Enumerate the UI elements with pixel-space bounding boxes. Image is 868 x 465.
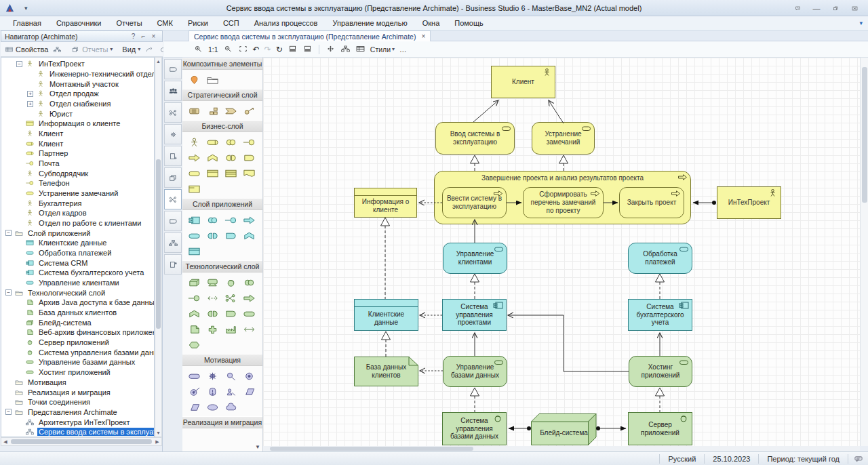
- node-icon[interactable]: [185, 275, 203, 290]
- hierarchy-icon[interactable]: [52, 45, 63, 54]
- tree-item[interactable]: База данных клиентов: [1, 308, 154, 318]
- ribbon-options-icon[interactable]: [788, 2, 807, 14]
- business-collaboration-icon[interactable]: [222, 134, 240, 150]
- technology-interface-icon[interactable]: [185, 290, 203, 306]
- tree-item[interactable]: +Отдел продаж: [1, 89, 154, 99]
- application-event-icon[interactable]: [240, 228, 258, 243]
- undo-icon[interactable]: ↶: [253, 45, 260, 54]
- tree-item-selected[interactable]: Сервис ввода системы в эксплуатаци: [1, 427, 154, 437]
- fit-screen-icon[interactable]: [238, 44, 248, 55]
- tree-vertical-scrollbar[interactable]: ▲ ▼: [155, 57, 162, 437]
- device-icon[interactable]: [203, 275, 222, 290]
- meaning-icon[interactable]: [185, 399, 203, 415]
- constraint-icon[interactable]: [240, 384, 258, 399]
- node-application-service[interactable]: Управление клиентами: [443, 243, 507, 274]
- tree-item[interactable]: Отдел по работе с клиентами: [1, 218, 154, 228]
- business-service-icon[interactable]: [240, 150, 258, 165]
- tree-item[interactable]: Устранение замечаний: [1, 188, 154, 199]
- export-svg-icon[interactable]: [288, 44, 298, 55]
- status-date[interactable]: 25.10.2023: [704, 454, 758, 464]
- tree-item[interactable]: −Технологический слой: [1, 287, 154, 298]
- node-business-process[interactable]: Закрыть проект: [619, 187, 684, 218]
- menu-pomosh[interactable]: Помощь: [447, 16, 491, 30]
- tree-item[interactable]: Клиентские данные: [1, 238, 154, 248]
- product-icon[interactable]: [185, 181, 203, 197]
- driver-icon[interactable]: [203, 368, 222, 384]
- export-png-icon[interactable]: [302, 44, 313, 55]
- scroll-up-icon[interactable]: ▲: [155, 58, 161, 65]
- grouping-icon[interactable]: [164, 59, 182, 79]
- menu-ssp[interactable]: ССП: [216, 16, 247, 30]
- tree-item[interactable]: Система управления базами данных: [1, 347, 154, 357]
- business-role-icon[interactable]: [203, 134, 222, 150]
- technology-interaction-icon[interactable]: [203, 306, 222, 321]
- refresh-icon[interactable]: ↻: [276, 45, 283, 54]
- node-data-object[interactable]: Клиентские данные: [354, 299, 418, 331]
- tree-item[interactable]: Блейд-система: [1, 317, 154, 327]
- menu-spravochniki[interactable]: Справочники: [49, 16, 109, 30]
- properties-button[interactable]: Свойства: [3, 45, 50, 54]
- close-icon[interactable]: [845, 2, 864, 14]
- scrollbar-thumb[interactable]: [270, 447, 473, 451]
- hierarchy-icon[interactable]: [164, 232, 182, 253]
- location-icon[interactable]: [185, 72, 203, 87]
- communication-network-icon[interactable]: [222, 290, 240, 306]
- new-doc-icon[interactable]: [164, 254, 182, 275]
- scroll-left-icon[interactable]: ◀: [1, 439, 9, 445]
- data-object-icon[interactable]: [185, 243, 203, 259]
- tree-item[interactable]: Монтажный участок: [1, 79, 154, 89]
- capability-icon[interactable]: [203, 103, 222, 119]
- business-process-icon[interactable]: [185, 150, 203, 165]
- tree-item[interactable]: Точки соединения: [1, 397, 154, 407]
- palette-section-header[interactable]: Мотивация: [182, 354, 262, 366]
- tree-item[interactable]: Система CRM: [1, 258, 154, 268]
- business-function-icon[interactable]: [203, 150, 222, 165]
- menu-analiz[interactable]: Анализ процессов: [247, 16, 326, 30]
- business-event-icon[interactable]: [185, 165, 203, 181]
- node-application-component[interactable]: Система бухгалтерского учета: [628, 299, 692, 331]
- node-technology-service[interactable]: Хостинг приложений: [629, 356, 692, 387]
- tree-item[interactable]: Инженерно-технический отдел: [1, 69, 154, 79]
- tree-item[interactable]: Мотивация: [1, 378, 154, 388]
- system-software-icon[interactable]: [222, 275, 240, 290]
- facility-icon[interactable]: [222, 321, 240, 337]
- grouping2-icon[interactable]: [164, 211, 182, 231]
- view-button[interactable]: Вид▾: [121, 45, 142, 54]
- tree-item[interactable]: Обработка платежей: [1, 248, 154, 258]
- node-business-process[interactable]: Сформировать перечень замечаний по проек…: [523, 187, 604, 218]
- tree-item[interactable]: Сервер приложений: [1, 338, 154, 348]
- application-interaction-icon[interactable]: [203, 228, 222, 243]
- minimize-icon[interactable]: —: [807, 2, 826, 14]
- collaboration-icon[interactable]: [164, 102, 182, 123]
- principle-icon[interactable]: [203, 384, 222, 399]
- scroll-right-icon[interactable]: ▶: [153, 439, 161, 445]
- styles-dropdown[interactable]: Стили▾: [370, 45, 395, 54]
- equipment-icon[interactable]: [203, 321, 222, 337]
- technology-collaboration-icon[interactable]: [240, 275, 258, 290]
- meaning-cloud-icon[interactable]: [222, 399, 240, 415]
- tree-item[interactable]: Юрист: [1, 108, 154, 119]
- palette-section-header[interactable]: Технологический слой: [182, 260, 262, 272]
- application-interface-icon[interactable]: [222, 212, 240, 228]
- scrollbar-thumb[interactable]: [862, 67, 867, 203]
- course-of-action-icon[interactable]: [240, 103, 258, 119]
- tree-item[interactable]: Система бухгалтерского учета: [1, 268, 154, 278]
- palette-section-header[interactable]: Бизнес-слой: [182, 120, 262, 132]
- business-interface-icon[interactable]: [240, 134, 258, 150]
- move-mode-icon[interactable]: [326, 44, 336, 55]
- tree-item[interactable]: −Слой приложений: [1, 228, 154, 238]
- gear-icon[interactable]: [164, 124, 182, 144]
- tree-item[interactable]: Телефон: [1, 178, 154, 188]
- node-business-actor[interactable]: ИнТехПроект: [717, 186, 781, 219]
- node-system-software[interactable]: Система управления базами данных: [442, 412, 507, 445]
- copy-icon[interactable]: [164, 167, 182, 188]
- node-application-component[interactable]: Система управления проектами: [442, 299, 507, 331]
- application-collaboration-icon[interactable]: [203, 212, 222, 228]
- application-service-icon[interactable]: [185, 228, 203, 243]
- tree-item[interactable]: Субподрядчик: [1, 168, 154, 178]
- artifact-icon[interactable]: [185, 321, 203, 337]
- scroll-down-icon[interactable]: ▼: [155, 429, 161, 437]
- tree-item[interactable]: Веб-архив финансовых приложений: [1, 327, 154, 338]
- doc-add-icon[interactable]: [164, 146, 182, 166]
- menu-otchety[interactable]: Отчеты: [109, 16, 150, 30]
